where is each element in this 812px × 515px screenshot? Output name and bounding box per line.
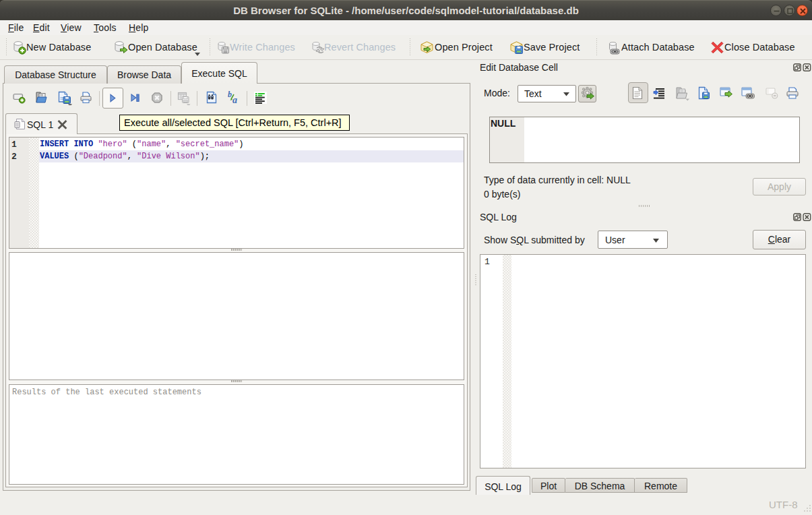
svg-text:b: b bbox=[228, 90, 232, 99]
